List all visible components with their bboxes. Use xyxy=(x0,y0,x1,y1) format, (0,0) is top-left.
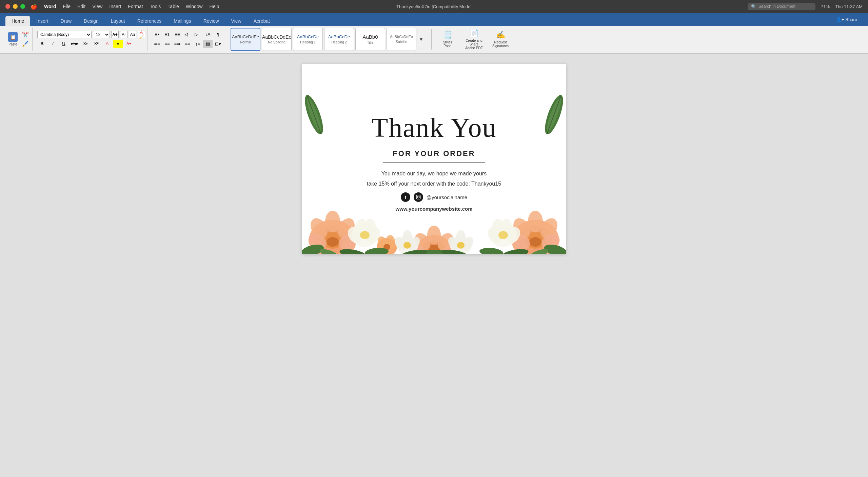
numbering-button[interactable]: ≡1 xyxy=(162,31,172,39)
multilevel-list-button[interactable]: ≡≡ xyxy=(173,31,182,39)
svg-rect-6 xyxy=(416,195,420,199)
share-button[interactable]: 👤+ Share xyxy=(832,16,861,23)
superscript-button[interactable]: X² xyxy=(92,40,101,48)
title-bar: 🍎 Word File Edit View Insert Format Tool… xyxy=(0,0,868,13)
align-center-button[interactable]: ≡≡ xyxy=(162,40,172,48)
style-normal[interactable]: AaBbCcDdEe Normal xyxy=(231,28,260,51)
sort-button[interactable]: ↕A xyxy=(203,31,213,39)
format-painter-button[interactable]: ✂️ xyxy=(21,31,30,39)
menu-tools[interactable]: Tools xyxy=(150,4,161,9)
bold-button[interactable]: B xyxy=(37,40,47,48)
svg-point-7 xyxy=(417,196,419,198)
borders-button[interactable]: ⊡▾ xyxy=(213,40,223,48)
font-shrink-button[interactable]: A- xyxy=(120,31,127,38)
tab-review[interactable]: Review xyxy=(197,16,225,26)
more-styles-button[interactable]: ▾ xyxy=(417,28,425,51)
style-heading-1[interactable]: AaBbCcDe Heading 1 xyxy=(293,28,323,51)
style-title[interactable]: AaBb0 Title xyxy=(355,28,385,51)
svg-point-69 xyxy=(417,250,451,254)
font-grow-button[interactable]: A+ xyxy=(111,31,119,38)
tab-design[interactable]: Design xyxy=(78,16,105,26)
align-left-button[interactable]: ⬅≡ xyxy=(152,40,162,48)
font-size-select[interactable]: 12 xyxy=(93,31,110,38)
battery-status: 71% xyxy=(821,4,830,9)
font-group: Cambria (Body) 12 A+ A- Aa A🧹 B I U abc … xyxy=(35,27,147,51)
menu-word[interactable]: Word xyxy=(44,4,56,9)
paragraph-group: ≡• ≡1 ≡≡ ◁= ▷= ↕A ¶ ⬅≡ ≡≡ ≡➡ ≡≡ ↕≡ ▧ ⊡▾ xyxy=(150,27,225,51)
font-family-select[interactable]: Cambria (Body) xyxy=(37,31,92,38)
line-spacing-button[interactable]: ↕≡ xyxy=(193,40,202,48)
svg-point-49 xyxy=(479,247,504,254)
body-text: You made our day, we hope we made yours xyxy=(381,171,487,177)
menu-table[interactable]: Table xyxy=(167,4,179,9)
tab-mailings[interactable]: Mailings xyxy=(167,16,197,26)
svg-point-50 xyxy=(528,247,549,254)
thank-you-heading: Thank You xyxy=(371,113,496,142)
menu-window[interactable]: Window xyxy=(186,4,203,9)
strikethrough-button[interactable]: abc xyxy=(70,40,79,48)
close-button[interactable] xyxy=(5,4,10,9)
tab-view[interactable]: View xyxy=(225,16,248,26)
title-bar-menu: Word File Edit View Insert Format Tools … xyxy=(44,4,219,9)
social-handle: @yoursocialname xyxy=(427,194,467,200)
underline-button[interactable]: U xyxy=(59,40,68,48)
highlight-button[interactable]: A xyxy=(113,40,123,48)
align-right-button[interactable]: ≡➡ xyxy=(173,40,182,48)
ribbon-content: 📋 Paste ✂️ 🖌️ Cambria (Body) 12 A+ A- Aa… xyxy=(0,26,868,54)
svg-point-70 xyxy=(400,248,428,254)
request-signatures-button[interactable]: ✍️ Request Signatures xyxy=(489,31,512,48)
bullets-button[interactable]: ≡• xyxy=(152,31,162,39)
svg-point-29 xyxy=(339,247,367,254)
instagram-icon xyxy=(414,192,423,202)
justify-button[interactable]: ≡≡ xyxy=(183,40,192,48)
subscript-button[interactable]: X₂ xyxy=(81,40,90,48)
tab-draw[interactable]: Draw xyxy=(54,16,78,26)
maximize-button[interactable] xyxy=(20,4,25,9)
menu-view[interactable]: View xyxy=(92,4,102,9)
document-title: Thankyou5inX7in [Compatibility Mode] xyxy=(396,4,472,9)
svg-point-31 xyxy=(318,247,340,254)
tab-insert[interactable]: Insert xyxy=(30,16,54,26)
italic-button[interactable]: I xyxy=(48,40,58,48)
menu-file[interactable]: File xyxy=(63,4,71,9)
main-area: Thank You FOR YOUR ORDER You made our da… xyxy=(0,54,868,477)
style-heading-2[interactable]: AaBbCcDe Heading 2 xyxy=(324,28,354,51)
menu-edit[interactable]: Edit xyxy=(77,4,85,9)
search-bar[interactable]: 🔍 Search in Document xyxy=(748,3,815,10)
increase-indent-button[interactable]: ▷= xyxy=(193,31,202,39)
clear-format-button[interactable]: 🖌️ xyxy=(21,40,30,48)
right-actions: 🗒️ Styles Pane 📄 Create and Share Adobe … xyxy=(436,29,512,50)
shading-button[interactable]: ▧ xyxy=(203,40,213,48)
menu-format[interactable]: Format xyxy=(128,4,143,9)
tab-references[interactable]: References xyxy=(131,16,168,26)
search-icon: 🔍 xyxy=(751,4,756,9)
style-subtitle[interactable]: AaBbCcDdEe Subtitle xyxy=(387,28,416,51)
menu-help[interactable]: Help xyxy=(210,4,219,9)
styles-pane-icon: 🗒️ xyxy=(443,31,452,39)
text-color-button[interactable]: A xyxy=(102,40,112,48)
document[interactable]: Thank You FOR YOUR ORDER You made our da… xyxy=(302,64,566,254)
search-placeholder: Search in Document xyxy=(758,4,795,9)
menu-insert[interactable]: Insert xyxy=(109,4,121,9)
create-pdf-button[interactable]: 📄 Create and Share Adobe PDF xyxy=(462,29,486,50)
decrease-indent-button[interactable]: ◁= xyxy=(183,31,192,39)
minimize-button[interactable] xyxy=(13,4,18,9)
tab-home[interactable]: Home xyxy=(5,16,30,26)
font-color-button[interactable]: A▾ xyxy=(124,40,134,48)
change-case-button[interactable]: Aa xyxy=(129,31,136,38)
social-row: f @yoursocialname xyxy=(401,192,467,202)
styles-pane-button[interactable]: 🗒️ Styles Pane xyxy=(436,31,459,48)
website: www.yourcompanywebsite.com xyxy=(396,206,473,212)
clear-formatting-button[interactable]: A🧹 xyxy=(138,31,145,38)
card-content: Thank You FOR YOUR ORDER You made our da… xyxy=(302,64,566,247)
for-your-order: FOR YOUR ORDER xyxy=(393,149,475,158)
title-bar-left: 🍎 Word File Edit View Insert Format Tool… xyxy=(5,3,219,10)
facebook-icon: f xyxy=(401,192,410,202)
show-marks-button[interactable]: ¶ xyxy=(213,31,223,39)
traffic-lights[interactable] xyxy=(5,4,25,9)
paste-button[interactable]: 📋 Paste xyxy=(6,32,20,47)
style-no-spacing[interactable]: AaBbCcDdEe No Spacing xyxy=(262,28,292,51)
tab-acrobat[interactable]: Acrobat xyxy=(248,16,276,26)
apple-icon: 🍎 xyxy=(31,3,37,10)
tab-layout[interactable]: Layout xyxy=(105,16,131,26)
